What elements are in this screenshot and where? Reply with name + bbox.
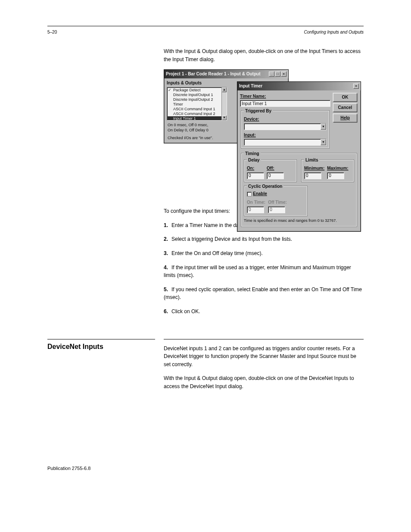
ok-button[interactable]: OK — [333, 93, 357, 102]
enable-checkbox[interactable] — [247, 192, 252, 196]
minimize-icon[interactable]: _ — [269, 72, 274, 77]
step-number: 1. — [164, 221, 171, 230]
io-listbox[interactable]: Package Detect Discrete Input/Output 1 D… — [167, 87, 227, 121]
step-text: Click on OK. — [171, 308, 200, 314]
timer-name-input[interactable] — [240, 100, 330, 107]
section-paragraph: DeviceNet inputs 1 and 2 can be configur… — [164, 345, 364, 369]
step-number: 4. — [164, 264, 171, 272]
help-button[interactable]: Help — [333, 114, 357, 122]
list-item-selected[interactable]: Input Timer 1 — [167, 116, 227, 121]
scroll-down-icon[interactable]: ▼ — [222, 115, 227, 120]
timer-name-label: Timer Name: — [240, 93, 330, 100]
list-item[interactable]: Discrete Input/Output 1 — [167, 93, 227, 97]
step-text: Enter the On and Off delay time (msec). — [171, 250, 263, 256]
chevron-down-icon[interactable]: ▼ — [321, 124, 326, 130]
list-item[interactable]: Discrete Input/Output 2 — [167, 97, 227, 102]
minimum-label: Minimum: — [304, 165, 324, 172]
chevron-down-icon[interactable]: ▼ — [321, 139, 326, 145]
cancel-button[interactable]: Cancel — [333, 103, 357, 112]
step-text: If the input timer will be used as a tri… — [164, 264, 351, 279]
scroll-up-icon[interactable]: ▲ — [222, 87, 227, 92]
on-time-label: On Time: — [247, 199, 265, 206]
triggered-by-group: Triggered By — [244, 108, 273, 115]
off-delay-input[interactable] — [267, 172, 284, 179]
step-number: 6. — [164, 308, 171, 316]
enable-label: Enable — [253, 191, 267, 196]
maximize-icon[interactable]: □ — [275, 72, 280, 77]
step-text: If you need cyclic operation, select Ena… — [164, 286, 362, 301]
timing-group: Timing — [244, 150, 261, 157]
timing-hint: Time is specified in msec and ranges fro… — [244, 218, 354, 224]
device-select[interactable] — [244, 123, 327, 130]
section-paragraph: With the Input & Output dialog open, dou… — [164, 374, 364, 390]
step-text: Select a triggering Device and its Input… — [171, 236, 292, 242]
list-item[interactable]: ASCII Command Input 2 — [167, 112, 227, 116]
off-time-input — [268, 206, 285, 213]
scrollbar[interactable]: ▲ ▼ — [221, 87, 227, 120]
maximum-input[interactable] — [327, 172, 344, 179]
close-icon[interactable]: × — [281, 72, 286, 77]
list-item[interactable]: Package Detect — [167, 88, 227, 93]
input-select[interactable] — [244, 139, 327, 146]
limits-group: Limits — [304, 157, 319, 164]
window-title: Project 1 - Bar Code Reader 1 - Input & … — [166, 71, 269, 78]
on-delay-input[interactable] — [247, 172, 264, 179]
maximum-label: Maximum: — [327, 165, 348, 172]
input-label: Input: — [244, 132, 327, 139]
publication-footer: Publication 2755-6.8 — [47, 466, 364, 471]
step-number: 3. — [164, 249, 171, 258]
close-icon[interactable]: × — [353, 84, 359, 89]
list-item[interactable]: Timer — [167, 102, 227, 107]
list-item[interactable]: ASCII Command Input 1 — [167, 107, 227, 112]
step-number: 5. — [164, 286, 171, 294]
on-time-input — [247, 206, 264, 213]
delay-group: Delay — [247, 157, 261, 164]
page-number: 5–20 — [47, 30, 57, 34]
on-delay-label: On: — [247, 165, 264, 172]
page-section-title: Configuring Inputs and Outputs — [304, 30, 364, 34]
section-heading: DeviceNet Inputs — [47, 343, 155, 351]
device-label: Device: — [244, 116, 327, 123]
off-time-label: Off Time: — [268, 199, 287, 206]
screenshot-figure: Project 1 - Bar Code Reader 1 - Input & … — [164, 69, 362, 199]
step-number: 2. — [164, 235, 171, 243]
dialog-title: Input Timer — [239, 83, 353, 90]
intro-paragraph: With the Input & Output dialog open, dou… — [164, 47, 364, 63]
off-delay-label: Off: — [267, 165, 284, 172]
cyclic-group: Cyclic Operation — [247, 183, 283, 190]
minimum-input[interactable] — [304, 172, 321, 179]
